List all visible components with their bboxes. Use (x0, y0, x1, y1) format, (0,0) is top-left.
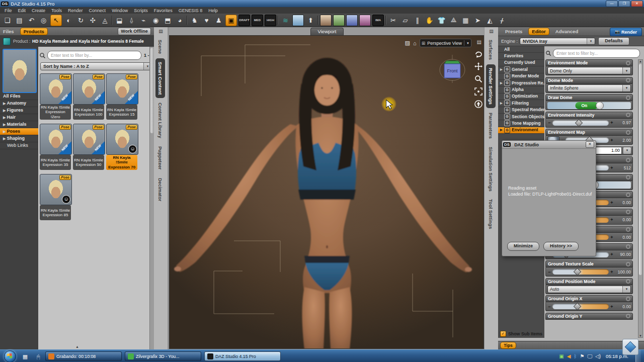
sort-dropdown[interactable]: Sort by Name : A to Z ▼ (40, 62, 152, 70)
taskbar-task[interactable]: Grabando: 00:10:08 (45, 351, 122, 361)
content-item[interactable]: PoseNEWRN Kayla !Smile Expression 15 (106, 73, 138, 121)
slider-plus[interactable]: + (610, 252, 614, 257)
slider-track[interactable] (552, 304, 609, 309)
pane-tab-smart-content[interactable]: Smart Content (155, 58, 165, 98)
tab-editor[interactable]: Editor (528, 28, 549, 35)
render-preset-high-button[interactable]: HIGH (265, 15, 276, 26)
camera-icon[interactable]: ⬒ (163, 15, 173, 26)
volume-tray-icon[interactable]: ◀ (567, 353, 571, 359)
scroll-up-arrow-icon[interactable]: ▲ (75, 345, 79, 348)
measure-icon[interactable]: ⟁ (448, 15, 459, 26)
view-cube[interactable]: Front (438, 55, 466, 83)
param-gear-icon[interactable] (626, 78, 630, 82)
param-control[interactable]: −+100.00 (545, 267, 633, 277)
pane-tab-surfaces[interactable]: Surfaces (486, 36, 496, 63)
settings-category-general[interactable]: ▶GGeneral (498, 66, 544, 73)
dropdown-arrow-icon[interactable]: ▼ (622, 67, 630, 74)
sliders-icon[interactable]: ᚋ (497, 15, 507, 26)
slider-minus[interactable]: − (547, 304, 551, 309)
minimize-button[interactable]: — (606, 1, 618, 7)
menu-scripts[interactable]: Scripts (131, 8, 150, 13)
pane-tab-render-settings[interactable]: Render Settings (486, 64, 496, 108)
param-control[interactable]: On (545, 101, 633, 110)
pane-tab-decimator[interactable]: Decimator (155, 174, 165, 205)
view-selector[interactable]: ⊞ Perspective View ▼ (420, 39, 471, 47)
dialog-titlebar[interactable]: DS DAZ Studio ✕ (502, 141, 596, 149)
param-gear-icon[interactable] (626, 210, 630, 214)
sidebar-item-shaping[interactable]: ▶Shaping (0, 135, 38, 142)
viewport-tab[interactable]: Viewport (310, 28, 344, 36)
slider-track[interactable] (552, 269, 609, 275)
param-gear-icon[interactable] (626, 193, 630, 197)
orbit-tool-icon[interactable] (474, 50, 482, 58)
ima-icon[interactable]: IMA (372, 15, 384, 26)
menu-render[interactable]: Render (65, 8, 86, 13)
pane-tab-tool-settings[interactable]: Tool Settings (486, 196, 496, 232)
pane-tab-parameters[interactable]: Parameters (486, 109, 496, 142)
surface-brush-icon[interactable]: ⌁ (138, 15, 149, 26)
settings-category-filtering[interactable]: ▶GFiltering (498, 100, 544, 107)
slider-plus[interactable]: + (610, 120, 614, 125)
param-gear-icon[interactable] (626, 244, 630, 249)
param-control[interactable]: −+0.00 (545, 302, 633, 311)
network-tray-icon[interactable]: 🖵 (587, 353, 592, 359)
slider-minus[interactable]: − (547, 269, 551, 275)
menu-create[interactable]: Create (29, 8, 48, 13)
content-item[interactable]: PoseNEWRN Kayla !Smile Expression 100 (73, 73, 105, 121)
tab-presets[interactable]: Presets (502, 28, 525, 35)
expand-arrow-icon[interactable]: ▶ (3, 130, 6, 133)
start-button[interactable] (4, 350, 16, 362)
expand-arrow-icon[interactable]: ▶ (3, 102, 6, 105)
menu-edit[interactable]: Edit (16, 8, 29, 13)
checkbox-checked-icon[interactable]: ✓ (500, 331, 506, 337)
taskbar-task[interactable]: Zilvergrafix 3D - You... (125, 351, 201, 361)
pan-tool-icon[interactable] (474, 62, 482, 70)
slider-plus[interactable]: + (610, 200, 614, 205)
show-sub-items[interactable]: ✓ Show Sub Items (500, 331, 542, 337)
tab-products[interactable]: Products (20, 28, 48, 35)
settings-category-alpha[interactable]: GAlpha (498, 86, 544, 93)
product-thumbnail[interactable] (3, 49, 37, 93)
param-gear-icon[interactable] (626, 175, 630, 179)
sidebar-item-hair[interactable]: ▶Hair (0, 114, 38, 121)
draw-style-icon[interactable]: ⌂ (413, 40, 417, 46)
settings-category-optimization[interactable]: GOptimization (498, 94, 544, 100)
sidebar-item-all-files[interactable]: All Files (0, 93, 38, 100)
dropdown-arrow-icon[interactable]: ▼ (622, 85, 630, 92)
menu-genesis-8[interactable]: GENESIS 8 (176, 8, 205, 13)
rotate-tool-icon[interactable]: ↻ (75, 15, 86, 26)
slider-thumb[interactable] (575, 119, 582, 126)
figure-icon[interactable]: ♞ (189, 15, 200, 26)
toggle-on-pill[interactable]: On (575, 102, 598, 109)
param-control[interactable]: −+0.97 (545, 119, 633, 128)
settings-category-section-objects[interactable]: GSection Objects (498, 114, 544, 120)
nvidia-tray-icon[interactable]: ▣ (559, 353, 564, 359)
panel-menu-icon[interactable]: ▤ (485, 27, 498, 35)
person-add-icon[interactable]: ♟ (213, 15, 224, 26)
cursor-settings-icon[interactable]: ➤ (472, 15, 483, 26)
expand-arrow-icon[interactable]: ▶ (3, 116, 6, 119)
image-icon[interactable] (292, 15, 304, 26)
render-preset-med-button[interactable]: MED (252, 15, 263, 26)
expand-arrow-icon[interactable]: ▶ (3, 123, 6, 126)
menu-connect[interactable]: Connect (87, 8, 109, 13)
param-dropdown[interactable]: Infinite Sphere▼ (547, 84, 631, 92)
undo-icon[interactable]: ↶ (26, 15, 37, 26)
param-gear-icon[interactable] (626, 279, 630, 284)
engine-dropdown[interactable]: NVIDIA Iray ▼ (520, 38, 595, 45)
save-icon[interactable]: ▤ (14, 15, 25, 26)
work-offline-button[interactable]: Work Offline (118, 28, 151, 35)
param-toggle[interactable]: On (547, 102, 631, 109)
tips-button[interactable]: Tips (500, 342, 516, 349)
left-panel-scrollbar[interactable] (149, 47, 154, 349)
menu-favorites[interactable]: Favorites (151, 8, 175, 13)
content-item[interactable]: PoseNEWRN Kayla !Smile Expression !Zero (40, 73, 72, 121)
motion-icon[interactable]: ∥ (412, 15, 423, 26)
toggle-knob[interactable] (596, 102, 604, 110)
node-selection-tool-icon[interactable]: ↖ (50, 15, 62, 26)
bluetooth-tray-icon[interactable]: ᛒ (574, 353, 577, 359)
slider-thumb[interactable] (574, 268, 581, 275)
content-avatar-3-icon[interactable] (346, 15, 358, 26)
settings-category-currently-used[interactable]: Currently Used (498, 60, 544, 66)
new-file-icon[interactable]: ❏ (2, 15, 13, 26)
